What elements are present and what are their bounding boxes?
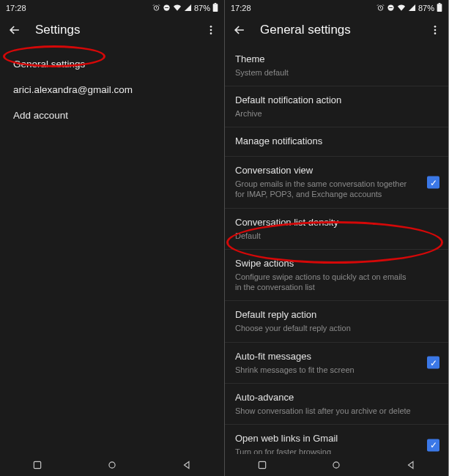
svg-point-6 <box>210 29 212 31</box>
settings-list: General settings arici.alexandra@gmail.c… <box>0 45 224 454</box>
svg-point-17 <box>434 32 437 34</box>
svg-rect-18 <box>259 461 265 468</box>
clock: 17:28 <box>231 4 251 12</box>
item-subtitle: Configure swipe actions to quickly act o… <box>235 272 438 293</box>
item-swipe-actions[interactable]: Swipe actions Configure swipe actions to… <box>225 250 448 300</box>
back-icon[interactable] <box>232 23 247 37</box>
page-title: Settings <box>35 23 192 37</box>
battery-percent: 87% <box>418 4 434 12</box>
item-label: arici.alexandra@gmail.com <box>13 84 133 95</box>
item-title: Conversation list density <box>235 217 438 229</box>
item-conversation-list-density[interactable]: Conversation list density Default <box>225 209 448 249</box>
item-title: Conversation view <box>235 165 438 177</box>
app-bar: General settings <box>225 15 448 45</box>
item-default-notification-action[interactable]: Default notification action Archive <box>225 86 448 127</box>
signal-icon <box>408 4 416 13</box>
app-bar: Settings <box>0 15 224 45</box>
item-auto-fit-messages[interactable]: Auto-fit messages Shrink messages to fit… <box>225 343 448 383</box>
item-title: Auto-advance <box>235 392 438 404</box>
svg-rect-13 <box>439 3 441 4</box>
nav-home-icon[interactable] <box>330 459 342 471</box>
battery-icon <box>212 3 218 13</box>
svg-rect-14 <box>437 4 442 12</box>
item-general-settings[interactable]: General settings <box>0 51 224 77</box>
alarm-icon <box>376 4 385 13</box>
svg-rect-4 <box>213 4 218 12</box>
battery-percent: 87% <box>194 4 210 12</box>
checkbox-checked[interactable] <box>427 176 439 189</box>
battery-icon <box>437 3 442 13</box>
page-title: General settings <box>260 23 416 37</box>
svg-rect-8 <box>34 461 40 468</box>
item-title: Default notification action <box>235 94 438 107</box>
item-open-web-links[interactable]: Open web links in Gmail Turn on for fast… <box>225 425 448 454</box>
item-subtitle: System default <box>235 67 438 78</box>
nav-recent-icon[interactable] <box>256 459 268 471</box>
nav-home-icon[interactable] <box>106 459 118 471</box>
nav-back-icon[interactable] <box>181 459 193 471</box>
item-title: Default reply action <box>235 309 438 321</box>
svg-rect-2 <box>165 7 168 8</box>
nav-back-icon[interactable] <box>405 459 417 471</box>
item-subtitle: Shrink messages to fit the screen <box>235 365 438 375</box>
status-bar: 17:28 87% <box>225 0 448 15</box>
back-icon[interactable] <box>7 23 22 37</box>
dnd-icon <box>387 4 395 13</box>
item-auto-advance[interactable]: Auto-advance Show conversation list afte… <box>225 384 448 424</box>
status-icons: 87% <box>152 3 218 13</box>
item-conversation-view[interactable]: Conversation view Group emails in the sa… <box>225 157 448 207</box>
svg-rect-12 <box>389 7 393 8</box>
item-account[interactable]: arici.alexandra@gmail.com <box>0 77 224 103</box>
wifi-icon <box>173 4 182 13</box>
item-subtitle: Group emails in the same conversation to… <box>235 179 438 200</box>
item-title: Theme <box>235 53 438 66</box>
item-subtitle: Show conversation list after you archive… <box>235 406 438 416</box>
item-manage-notifications[interactable]: Manage notifications <box>225 127 448 156</box>
screen-general-settings: 17:28 87% General settings Theme System … <box>224 0 448 476</box>
nav-recent-icon[interactable] <box>31 459 43 471</box>
item-title: Manage notifications <box>235 135 438 148</box>
status-icons: 87% <box>376 3 442 13</box>
item-title: Swipe actions <box>235 258 438 270</box>
screen-settings: 17:28 87% Settings <box>0 0 224 476</box>
overflow-menu-icon[interactable] <box>205 24 217 36</box>
alarm-icon <box>152 4 160 13</box>
wifi-icon <box>397 4 406 13</box>
navigation-bar <box>225 454 448 476</box>
dnd-icon <box>163 4 171 13</box>
svg-point-19 <box>333 462 339 468</box>
overflow-menu-icon[interactable] <box>429 24 441 36</box>
item-subtitle: Turn on for faster browsing <box>235 447 438 454</box>
svg-point-5 <box>210 26 212 28</box>
checkbox-checked[interactable] <box>427 439 439 451</box>
settings-list: Theme System default Default notificatio… <box>225 45 448 454</box>
clock: 17:28 <box>6 4 26 12</box>
item-label: Add account <box>13 110 68 121</box>
navigation-bar <box>0 454 224 476</box>
item-subtitle: Choose your default reply action <box>235 323 438 333</box>
svg-rect-3 <box>215 3 217 4</box>
svg-point-16 <box>434 29 437 31</box>
checkbox-checked[interactable] <box>427 357 439 369</box>
item-title: Auto-fit messages <box>235 351 438 363</box>
item-theme[interactable]: Theme System default <box>225 45 448 86</box>
item-label: General settings <box>13 59 85 70</box>
svg-point-9 <box>109 462 115 468</box>
item-default-reply-action[interactable]: Default reply action Choose your default… <box>225 301 448 341</box>
status-bar: 17:28 87% <box>0 0 224 15</box>
item-subtitle: Archive <box>235 108 438 119</box>
item-subtitle: Default <box>235 231 438 241</box>
svg-point-7 <box>210 32 212 34</box>
svg-point-15 <box>434 26 437 28</box>
item-title: Open web links in Gmail <box>235 433 438 445</box>
item-add-account[interactable]: Add account <box>0 103 224 128</box>
signal-icon <box>184 4 192 13</box>
